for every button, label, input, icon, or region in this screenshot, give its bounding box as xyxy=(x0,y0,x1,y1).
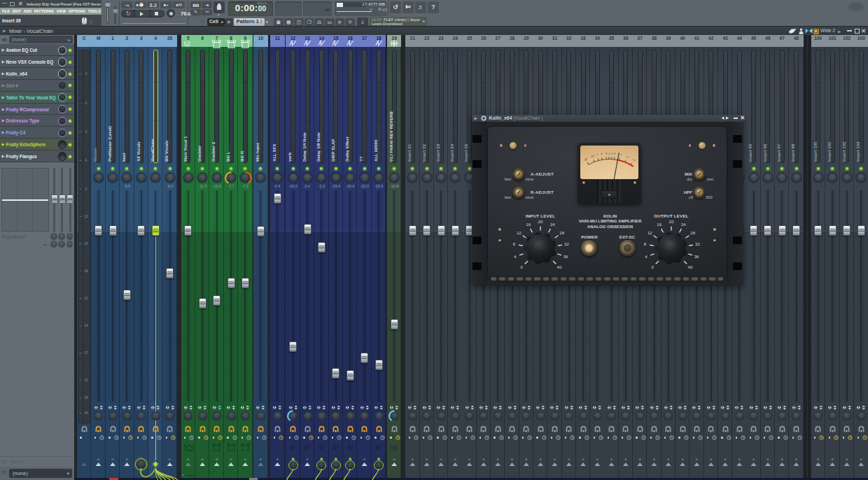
svg-text:8: 8 xyxy=(644,241,647,246)
svg-text:20: 20 xyxy=(538,219,543,224)
svg-text:-5: -5 xyxy=(600,153,603,156)
svg-text:8: 8 xyxy=(513,241,516,246)
svg-text:-2: -2 xyxy=(608,152,610,155)
svg-text:36: 36 xyxy=(564,254,568,259)
svg-text:32: 32 xyxy=(695,241,700,246)
svg-text:32: 32 xyxy=(564,241,569,246)
svg-text:4: 4 xyxy=(645,254,648,259)
svg-text:0: 0 xyxy=(652,264,654,269)
svg-text:20: 20 xyxy=(669,219,674,224)
svg-text:16: 16 xyxy=(526,222,531,227)
svg-text:40: 40 xyxy=(557,264,562,269)
svg-text:24: 24 xyxy=(550,222,555,227)
svg-text:12: 12 xyxy=(648,230,652,235)
svg-text:40: 40 xyxy=(688,264,693,269)
svg-text:4: 4 xyxy=(514,254,517,259)
svg-text:-20: -20 xyxy=(584,157,589,162)
svg-text:24: 24 xyxy=(681,222,686,227)
svg-text:16: 16 xyxy=(657,222,662,227)
svg-text:36: 36 xyxy=(694,254,699,259)
svg-text:-7: -7 xyxy=(596,153,598,157)
svg-text:+2: +2 xyxy=(626,155,630,158)
svg-text:0: 0 xyxy=(614,152,616,155)
svg-text:12: 12 xyxy=(517,230,522,235)
svg-text:28: 28 xyxy=(690,230,695,235)
svg-text:+3: +3 xyxy=(632,158,636,162)
svg-text:-1: -1 xyxy=(611,152,614,155)
svg-text:28: 28 xyxy=(559,230,564,235)
svg-text:-10: -10 xyxy=(590,155,595,159)
svg-text:-3: -3 xyxy=(605,152,608,155)
svg-text:0: 0 xyxy=(521,264,524,269)
